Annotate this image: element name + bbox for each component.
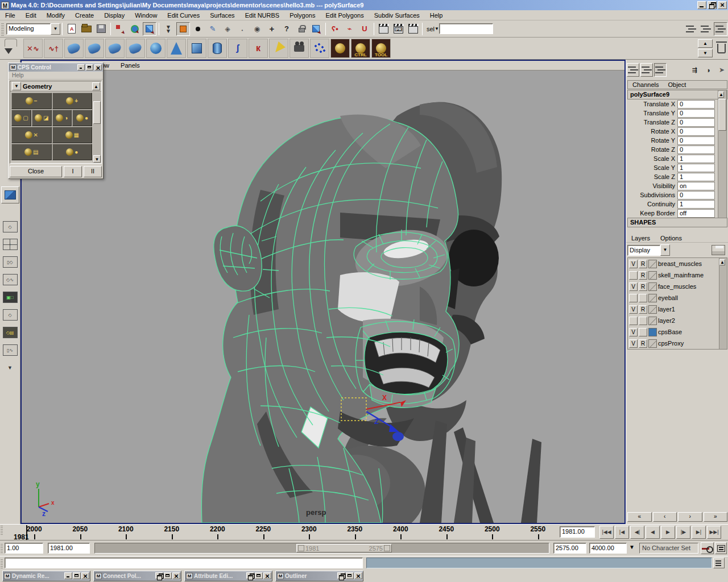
menu-options[interactable]: Options bbox=[655, 235, 687, 242]
transport-button[interactable]: |◀ bbox=[615, 526, 629, 539]
channel-value-field[interactable]: 0 bbox=[677, 191, 715, 199]
cps-scrollbar[interactable]: ▼ bbox=[93, 92, 101, 163]
channel-label[interactable]: Scale Z bbox=[627, 173, 677, 180]
layer-row[interactable]: V R face_muscles bbox=[628, 281, 727, 292]
cps-scroll-down-icon[interactable]: ▼ bbox=[93, 155, 101, 163]
shelf-scroll-down-button[interactable]: ▼ bbox=[698, 49, 713, 57]
minimized-window-titlebar[interactable]: M Attribute Edi... bbox=[184, 571, 272, 581]
shelf-item-button[interactable] bbox=[85, 39, 104, 58]
cps-tool-button[interactable]: ● bbox=[72, 110, 92, 126]
render-button[interactable] bbox=[377, 22, 390, 36]
cps-maximize-button[interactable] bbox=[86, 64, 93, 70]
select-object-button[interactable] bbox=[128, 22, 142, 36]
show-both-button[interactable] bbox=[714, 22, 727, 36]
channelbox-shapes-header[interactable]: SHAPES bbox=[627, 218, 727, 227]
channel-label[interactable]: Scale X bbox=[627, 155, 677, 162]
cps-titlebar[interactable]: M CPS Control bbox=[9, 63, 103, 72]
channelbox-scrollbar[interactable]: ▲ ▼ bbox=[718, 90, 727, 227]
channel-label[interactable]: Scale Y bbox=[627, 164, 677, 171]
channel-manip-mode-button[interactable] bbox=[640, 63, 653, 77]
channel-label[interactable]: Rotate X bbox=[627, 128, 677, 135]
minimized-window-titlebar[interactable]: M Connect Pol... bbox=[93, 571, 181, 581]
lock-selection-button[interactable] bbox=[295, 22, 308, 36]
menu-item[interactable]: Edit Polygons bbox=[320, 11, 369, 20]
close-button[interactable] bbox=[718, 1, 727, 9]
make-live-button[interactable]: ✎ bbox=[206, 22, 220, 36]
cps-help-menu[interactable]: Help bbox=[9, 72, 103, 80]
shelf-item-button[interactable]: TOOL bbox=[371, 39, 391, 58]
highlight-selection-button[interactable] bbox=[309, 22, 323, 36]
command-line-input[interactable] bbox=[5, 558, 363, 568]
layer-reference-toggle[interactable]: R bbox=[639, 271, 647, 280]
layer-color-swatch[interactable] bbox=[648, 294, 657, 302]
channel-value-field[interactable]: 1 bbox=[677, 155, 715, 163]
window-close-button[interactable] bbox=[354, 572, 362, 579]
cps-tool-button[interactable]: ▦ bbox=[52, 127, 93, 143]
select-component-button[interactable] bbox=[143, 22, 156, 36]
pager-button[interactable]: « bbox=[627, 512, 652, 522]
layer-color-swatch[interactable] bbox=[648, 282, 657, 291]
manip-xyz-button[interactable]: ⇶ bbox=[688, 63, 701, 77]
layout-four-pane-button[interactable]: + bbox=[1, 236, 19, 253]
channel-label[interactable]: Rotate Z bbox=[627, 146, 677, 153]
window-maximize-button[interactable] bbox=[255, 572, 263, 579]
auto-keyframe-button[interactable] bbox=[701, 542, 714, 554]
new-layer-icon[interactable] bbox=[712, 245, 725, 255]
cps-one-button[interactable]: I bbox=[64, 166, 82, 177]
layer-visibility-toggle[interactable]: V bbox=[629, 328, 638, 336]
layer-reference-toggle[interactable] bbox=[639, 328, 647, 336]
layer-visibility-toggle[interactable] bbox=[629, 271, 638, 280]
layer-reference-toggle[interactable]: R bbox=[639, 305, 647, 314]
menu-item[interactable]: Window bbox=[130, 11, 162, 20]
channel-value-field[interactable]: 0 bbox=[677, 118, 715, 127]
layer-color-swatch[interactable] bbox=[648, 328, 657, 336]
snap-magnet-curve-button[interactable]: ʕ• bbox=[328, 22, 342, 36]
perspective-viewport[interactable]: ow Panels 1111C1ffffff bbox=[20, 60, 626, 524]
window-close-button[interactable] bbox=[81, 572, 89, 579]
range-dropdown-icon[interactable]: ▼ bbox=[629, 544, 635, 550]
channel-value-field[interactable]: 1 bbox=[677, 173, 715, 181]
layer-name[interactable]: cpsBase bbox=[658, 329, 682, 335]
layer-row[interactable]: layer2 bbox=[628, 315, 727, 326]
channel-value-field[interactable]: 0 bbox=[677, 100, 715, 109]
save-scene-button[interactable] bbox=[94, 22, 108, 36]
select-hierarchy-button[interactable] bbox=[113, 22, 127, 36]
layer-visibility-toggle[interactable]: V bbox=[629, 282, 638, 291]
playback-start-field[interactable]: 1981.00 bbox=[48, 543, 90, 554]
range-slider-track[interactable]: 1981 2575 bbox=[94, 543, 549, 554]
snap-center-button[interactable]: ◉ bbox=[250, 22, 264, 36]
transport-button[interactable]: ▶ bbox=[661, 526, 675, 539]
shelf-item-button[interactable]: CTRL bbox=[351, 39, 370, 58]
cps-scroll-up-icon[interactable]: ▲ bbox=[92, 82, 100, 90]
layout-persp-outliner-button[interactable]: ▯◇ bbox=[1, 253, 19, 271]
playback-end-field[interactable]: 2575.00 bbox=[553, 543, 586, 554]
show-layereditor-button[interactable] bbox=[699, 22, 713, 36]
pager-button[interactable]: › bbox=[678, 512, 702, 522]
window-close-button[interactable] bbox=[172, 572, 180, 579]
cps-tool-button[interactable]: ◑ bbox=[52, 110, 72, 126]
shelf-item-button[interactable] bbox=[105, 39, 125, 58]
snap-curve-button[interactable]: ◈ bbox=[221, 22, 234, 36]
snap-magnet-grid-button[interactable]: ⌁ bbox=[343, 22, 357, 36]
channel-value-field[interactable]: 1 bbox=[677, 164, 715, 172]
new-scene-button[interactable] bbox=[65, 22, 78, 36]
layer-row[interactable]: V R layer1 bbox=[628, 304, 727, 315]
ipr-render-button[interactable] bbox=[391, 22, 405, 36]
transport-button[interactable]: |◀◀ bbox=[599, 526, 614, 539]
window-restore-button[interactable] bbox=[337, 572, 345, 579]
layer-color-swatch[interactable] bbox=[648, 305, 657, 314]
current-time-field[interactable]: 1981.00 bbox=[560, 526, 595, 538]
window-restore-button[interactable] bbox=[64, 572, 72, 579]
rangeslider-grip[interactable] bbox=[1, 543, 3, 553]
snap-point-button[interactable] bbox=[191, 22, 205, 36]
shelf-item-button[interactable] bbox=[289, 39, 309, 58]
render-globals-button[interactable] bbox=[406, 22, 420, 36]
menu-item[interactable]: Edit bbox=[20, 11, 42, 20]
layer-visibility-toggle[interactable] bbox=[629, 294, 638, 302]
shelf-item-button[interactable]: к bbox=[249, 39, 268, 58]
layer-color-swatch[interactable] bbox=[648, 339, 657, 348]
range-start-handle[interactable] bbox=[298, 545, 304, 551]
highlight-mode-button[interactable] bbox=[176, 22, 190, 36]
shelf-item-button[interactable] bbox=[187, 39, 206, 58]
layer-visibility-toggle[interactable]: V bbox=[629, 305, 638, 314]
